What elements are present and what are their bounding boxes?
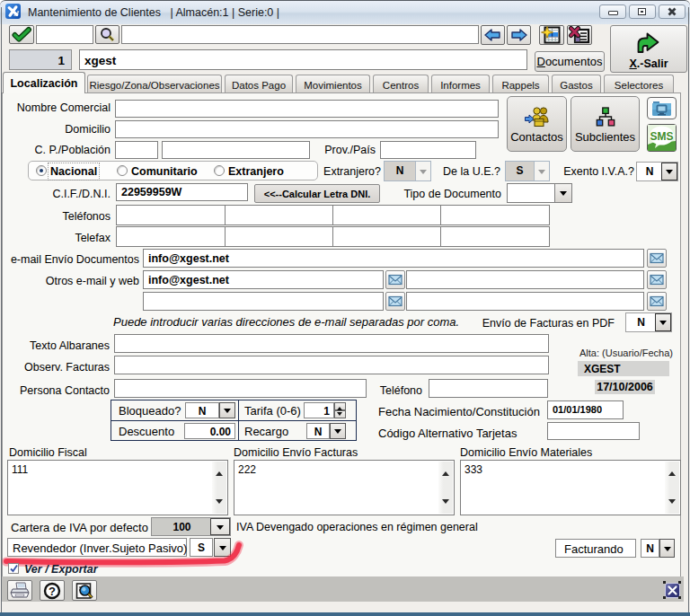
svg-text:?: ?: [49, 585, 56, 598]
svg-text:SMS: SMS: [650, 130, 673, 143]
